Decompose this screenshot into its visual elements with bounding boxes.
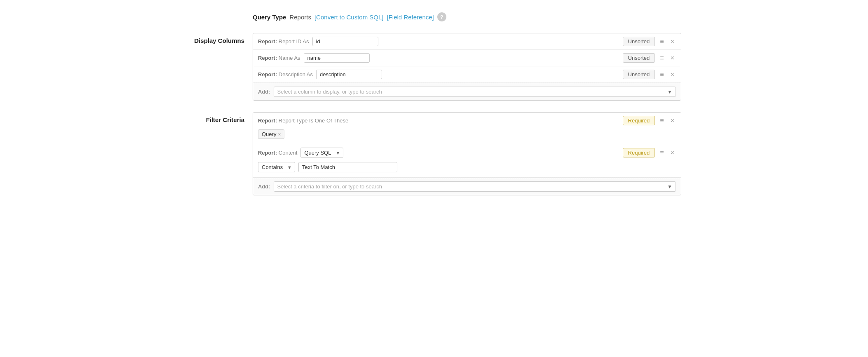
filter-row-1-reorder-btn[interactable]: ≡ [658,117,665,125]
column-2-remove-btn[interactable]: × [669,54,676,62]
column-1-prefix: Report: Report ID As [258,38,309,45]
filter-criteria-content: Report: Report Type Is One Of These Requ… [253,112,681,195]
column-row-1: Report: Report ID As Unsorted ≡ × [253,33,681,50]
column-3-remove-btn[interactable]: × [669,70,676,79]
display-columns-add-label: Add: [258,89,270,95]
filter-row-2-text-match-input[interactable] [298,162,397,172]
column-3-sort-btn[interactable]: Unsorted [623,70,655,79]
filter-row-2-content-select-wrapper: Query SQL ▼ [300,148,343,158]
filter-row-2-condition-select[interactable]: Contains [258,162,295,172]
column-2-reorder-btn[interactable]: ≡ [658,54,665,62]
filter-row-2-header: Report: Content Query SQL ▼ Required ≡ × [258,148,676,158]
filter-row-2-content-select[interactable]: Query SQL [300,148,343,158]
filter-criteria-add-wrapper[interactable]: Select a criteria to filter on, or type … [274,181,676,192]
help-icon[interactable]: ? [437,12,446,21]
tag-query: Query × [258,129,284,139]
filter-row-1-required-btn[interactable]: Required [623,116,655,125]
filter-row-2-label: Report: Content [258,150,297,156]
filter-criteria-section: Filter Criteria Report: Report Type Is O… [187,112,681,195]
filter-row-2-remove-btn[interactable]: × [669,149,676,157]
filter-row-1-tags: Query × [258,128,676,141]
filter-row-2-reorder-btn[interactable]: ≡ [658,149,665,157]
filter-criteria-add-arrow: ▼ [667,184,672,190]
display-columns-section: Display Columns Report: Report ID As Uns… [187,33,681,101]
filter-row-1-header: Report: Report Type Is One Of These Requ… [258,116,676,125]
filter-row-2-required-btn[interactable]: Required [623,148,655,157]
column-3-alias-input[interactable] [316,70,382,79]
display-columns-add-row: Add: Select a column to display, or type… [253,83,681,100]
field-reference-link[interactable]: [Field Reference] [387,14,434,21]
column-1-reorder-btn[interactable]: ≡ [658,38,665,46]
column-3-prefix: Report: Description As [258,71,313,78]
display-columns-add-wrapper[interactable]: Select a column to display, or type to s… [274,87,676,97]
column-row-3: Report: Description As Unsorted ≡ × [253,66,681,83]
convert-to-sql-link[interactable]: [Convert to Custom SQL] [314,14,384,21]
filter-criteria-add-select[interactable]: Select a criteria to filter on, or type … [277,183,668,190]
column-1-sort-btn[interactable]: Unsorted [623,37,655,46]
column-1-remove-btn[interactable]: × [669,38,676,46]
query-type-row: Query Type Reports [Convert to Custom SQ… [187,12,681,21]
query-type-value: Reports [289,14,311,21]
column-2-prefix: Report: Name As [258,55,300,61]
query-type-label: Query Type [253,14,286,21]
column-1-alias-input[interactable] [312,37,378,46]
filter-row-2: Report: Content Query SQL ▼ Required ≡ × [253,144,681,178]
column-2-alias-input[interactable] [304,53,370,63]
display-columns-add-arrow: ▼ [667,89,672,95]
column-2-sort-btn[interactable]: Unsorted [623,53,655,63]
filter-criteria-label: Filter Criteria [187,112,253,123]
filter-row-2-condition-select-wrapper: Contains ▼ [258,162,295,172]
filter-row-1-remove-btn[interactable]: × [669,117,676,125]
page-container: Query Type Reports [Convert to Custom SQ… [187,12,681,195]
filter-criteria-add-label: Add: [258,183,270,190]
filter-row-1: Report: Report Type Is One Of These Requ… [253,113,681,144]
filter-criteria-add-row: Add: Select a criteria to filter on, or … [253,178,681,195]
tag-query-remove[interactable]: × [278,132,281,137]
column-row-2: Report: Name As Unsorted ≡ × [253,50,681,66]
filter-row-2-condition: Contains ▼ [258,160,676,174]
display-columns-add-select[interactable]: Select a column to display, or type to s… [277,89,668,95]
column-3-reorder-btn[interactable]: ≡ [658,70,665,79]
display-columns-label: Display Columns [187,33,253,44]
display-columns-content: Report: Report ID As Unsorted ≡ × Report… [253,33,681,101]
tag-query-label: Query [262,131,276,137]
filter-row-1-label: Report: Report Type Is One Of These [258,117,348,124]
